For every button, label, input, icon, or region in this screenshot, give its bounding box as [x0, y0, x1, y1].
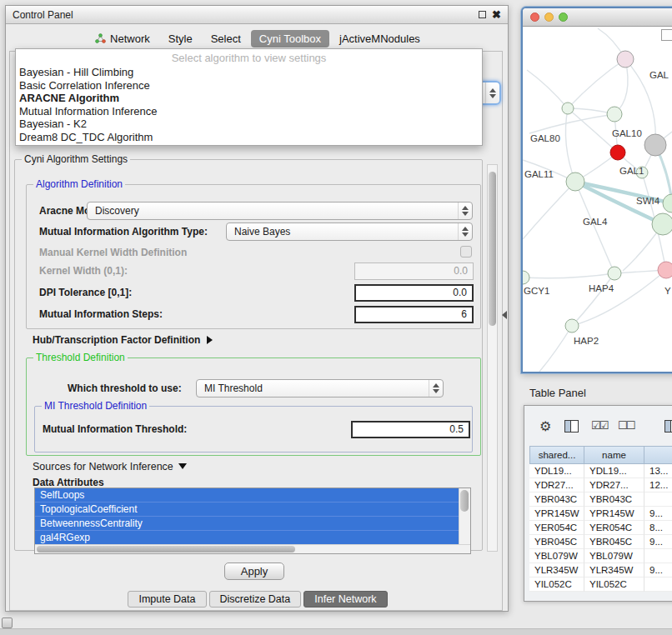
dpi-tolerance-field[interactable]: 0.0 — [354, 284, 474, 302]
mi-steps-field[interactable]: 6 — [354, 306, 474, 323]
table-cell[interactable]: YPR145W — [584, 507, 644, 521]
table-cell[interactable]: YIL052C — [529, 578, 584, 592]
table-row[interactable]: YER054CYER054C8... — [529, 521, 672, 535]
table-cell[interactable]: YIL052C — [584, 578, 644, 592]
select-all-checkboxes-icon[interactable]: ☑☑ — [591, 419, 607, 432]
attribute-item-gal4rgexp[interactable]: gal4RGexp — [35, 531, 459, 545]
table-cell[interactable]: YDR27... — [529, 478, 584, 492]
gear-icon[interactable]: ⚙ — [539, 418, 551, 436]
network-node[interactable] — [523, 271, 529, 284]
table-row[interactable]: YDL19...YDL19...13... — [529, 464, 672, 478]
deselect-all-checkboxes-icon[interactable]: ☐☐ — [618, 419, 634, 432]
network-edge[interactable] — [523, 273, 614, 278]
manual-kernel-width-checkbox[interactable] — [460, 246, 472, 258]
table-cell[interactable] — [644, 549, 672, 563]
network-edge[interactable] — [527, 70, 568, 108]
network-edge[interactable] — [575, 182, 614, 273]
table-cell[interactable]: YBR045C — [529, 535, 584, 549]
network-node[interactable] — [607, 107, 622, 122]
scrollbar-thumb[interactable] — [460, 490, 469, 512]
column-header-1[interactable]: shared... — [529, 446, 584, 464]
close-window-icon[interactable] — [530, 12, 539, 22]
list-vertical-scrollbar[interactable] — [459, 488, 470, 544]
table-row[interactable]: YBR043CYBR043C — [529, 492, 672, 507]
network-node[interactable] — [663, 194, 672, 212]
table-mode-icon[interactable] — [664, 420, 672, 432]
control-panel-titlebar[interactable]: Control Panel ✖ — [6, 6, 508, 24]
table-cell[interactable]: YDL19... — [529, 464, 584, 478]
network-window-titlebar[interactable] — [523, 8, 672, 27]
tab-style[interactable]: Style — [160, 30, 201, 48]
which-threshold-select[interactable]: MI Threshold — [196, 379, 444, 398]
network-edge[interactable] — [568, 59, 625, 108]
mi-threshold-field[interactable]: 0.5 — [351, 421, 470, 438]
list-horizontal-scrollbar[interactable] — [35, 544, 470, 553]
attribute-item-selfloops[interactable]: SelfLoops — [35, 488, 459, 502]
table-row[interactable]: YPR145WYPR145W9... — [529, 507, 672, 521]
algorithm-option-basic-correlation-inference[interactable]: Basic Correlation Inference — [16, 79, 482, 92]
table-cell[interactable] — [644, 492, 672, 507]
tab-select[interactable]: Select — [203, 30, 249, 48]
network-node[interactable] — [644, 134, 666, 156]
settings-scrollbar[interactable] — [487, 164, 498, 552]
network-canvas[interactable]: GALGAL80GAL10GAL11GAL1SWI4GAL4GCY1HAP4YH… — [523, 27, 672, 372]
table-cell[interactable]: YBR043C — [584, 492, 644, 507]
hub-definition-expander[interactable]: Hub/Transcription Factor Definition — [33, 332, 213, 348]
attribute-item-topologicalcoefficient[interactable]: TopologicalCoefficient — [35, 502, 459, 517]
tab-discretize-data[interactable]: Discretize Data — [209, 591, 302, 608]
table-cell[interactable]: 12... — [644, 478, 672, 492]
network-node[interactable] — [658, 262, 672, 278]
table-row[interactable]: YDR27...YDR27...12... — [529, 478, 672, 492]
scrollbar-thumb[interactable] — [489, 172, 496, 326]
zoom-window-icon[interactable] — [559, 12, 568, 22]
algorithm-option-dream8-dc-tdc-algorithm[interactable]: Dream8 DC_TDC Algorithm — [16, 131, 482, 144]
table-row[interactable]: YBR045CYBR045C9... — [529, 535, 672, 549]
table-cell[interactable]: YER054C — [529, 521, 584, 535]
network-node[interactable] — [617, 51, 634, 68]
network-node[interactable] — [566, 172, 584, 191]
tab-cyni-toolbox[interactable]: Cyni Toolbox — [251, 30, 329, 48]
table-cell[interactable]: 8... — [644, 521, 672, 535]
minimized-panel-icon[interactable] — [2, 618, 13, 628]
network-node[interactable] — [562, 102, 574, 114]
algorithm-option-bayesian-hill-climbing[interactable]: Bayesian - Hill Climbing — [16, 66, 482, 79]
algorithm-dropdown-prompt[interactable]: Select algorithm to view settings — [16, 51, 482, 66]
attribute-item-betweennesscentrality[interactable]: BetweennessCentrality — [35, 517, 459, 531]
aracne-mode-select[interactable]: Discovery — [87, 202, 473, 220]
table-cell[interactable]: YLR345W — [584, 563, 644, 578]
network-edge[interactable] — [565, 108, 575, 182]
algorithm-option-mutual-information-inference[interactable]: Mutual Information Inference — [16, 105, 482, 118]
apply-button[interactable]: Apply — [224, 562, 284, 580]
table-cell[interactable]: YER054C — [584, 521, 644, 535]
tab-infer-network[interactable]: Infer Network — [303, 591, 387, 608]
minimize-window-icon[interactable] — [544, 12, 554, 22]
column-header-2[interactable]: name — [584, 446, 644, 464]
algorithm-option-aracne-algorithm[interactable]: ARACNE Algorithm — [16, 92, 482, 105]
table-row[interactable]: YLR345WYLR345W9... — [529, 563, 672, 578]
algorithm-option-bayesian-k2[interactable]: Bayesian - K2 — [16, 118, 482, 131]
table-row[interactable]: YIL052CYIL052C — [529, 578, 672, 592]
table-cell[interactable]: YBL079W — [529, 549, 584, 563]
data-attributes-list[interactable]: SelfLoopsTopologicalCoefficientBetweenne… — [34, 488, 471, 554]
scrollbar-thumb[interactable] — [37, 546, 295, 552]
show-columns-icon[interactable] — [564, 420, 579, 432]
kernel-width-field[interactable]: 0.0 — [354, 262, 474, 280]
table-cell[interactable]: YBR043C — [529, 492, 584, 507]
table-cell[interactable]: 13... — [644, 464, 672, 478]
table-cell[interactable]: YLR345W — [529, 563, 584, 578]
table-cell[interactable]: YBL079W — [584, 549, 644, 563]
network-overview-button[interactable] — [661, 29, 672, 41]
network-edge[interactable] — [539, 326, 572, 372]
network-node[interactable] — [608, 267, 621, 280]
network-node[interactable] — [652, 213, 672, 235]
close-window-icon[interactable]: ✖ — [492, 10, 501, 20]
float-window-icon[interactable] — [479, 11, 486, 18]
network-node[interactable] — [565, 319, 579, 332]
panel-collapse-arrow[interactable] — [502, 311, 507, 319]
tab-network[interactable]: Network — [87, 30, 158, 48]
table-cell[interactable]: 9... — [644, 507, 672, 521]
table-cell[interactable]: 9... — [644, 563, 672, 578]
table-cell[interactable]: YPR145W — [529, 507, 584, 521]
table-cell[interactable]: YDR27... — [584, 478, 644, 492]
network-node[interactable] — [610, 145, 625, 160]
